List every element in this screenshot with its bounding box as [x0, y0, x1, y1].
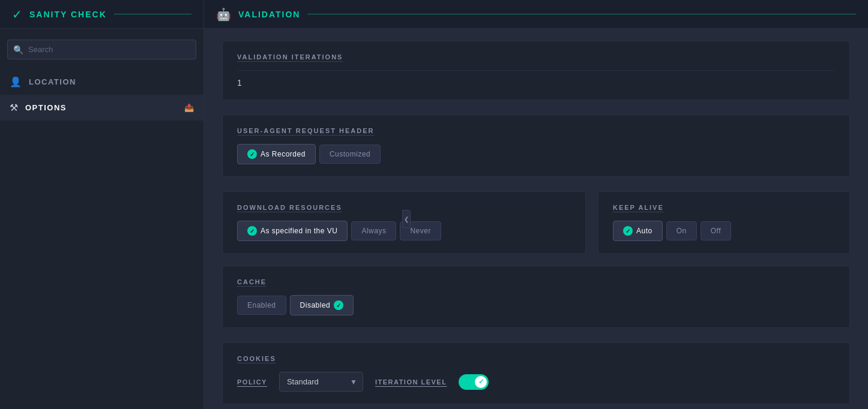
search-box[interactable]: 🔍	[7, 40, 196, 59]
main-layout: 🔍 👤 LOCATION ⚒ OPTIONS 📤 ❮ VALIDATION IT…	[0, 29, 868, 409]
sidebar: 🔍 👤 LOCATION ⚒ OPTIONS 📤	[0, 29, 204, 409]
iteration-level-toggle[interactable]	[459, 374, 489, 390]
sidebar-item-options[interactable]: ⚒ OPTIONS 📤	[0, 95, 203, 121]
disabled-check-icon	[334, 300, 343, 310]
auto-check-icon	[623, 226, 633, 236]
sidebar-item-location-label: LOCATION	[29, 77, 194, 86]
content-area: ❮ VALIDATION ITERATIONS 1 USER-AGENT REQ…	[204, 29, 868, 409]
always-label: Always	[361, 227, 386, 235]
customized-label: Customized	[330, 150, 370, 158]
download-keepalive-row: DOWNLOAD RESOURCES As specified in the V…	[222, 191, 850, 254]
off-label: Off	[711, 227, 721, 235]
top-bar: ✓ SANITY CHECK 🤖 VALIDATION	[0, 0, 868, 29]
sanity-check-line	[114, 14, 191, 14]
search-input[interactable]	[7, 40, 196, 59]
as-recorded-button[interactable]: As Recorded	[237, 144, 316, 164]
sidebar-item-options-label: OPTIONS	[25, 103, 177, 112]
validation-line	[307, 14, 856, 14]
enabled-label: Enabled	[247, 301, 276, 309]
cookies-title: COOKIES	[237, 355, 835, 362]
validation-section: 🤖 VALIDATION	[204, 0, 868, 28]
cache-section: CACHE Enabled Disabled	[222, 266, 850, 328]
cache-btn-group: Enabled Disabled	[237, 295, 835, 315]
user-agent-section: USER-AGENT REQUEST HEADER As Recorded Cu…	[222, 115, 850, 177]
location-icon: 👤	[10, 76, 22, 88]
enabled-button[interactable]: Enabled	[237, 296, 286, 315]
toggle-track	[459, 374, 489, 390]
validation-icon: 🤖	[216, 7, 231, 22]
always-button[interactable]: Always	[351, 221, 396, 240]
on-button[interactable]: On	[666, 221, 697, 240]
user-agent-btn-group: As Recorded Customized	[237, 144, 835, 164]
off-button[interactable]: Off	[701, 221, 731, 240]
policy-select-wrapper[interactable]: Standard Custom None ▼	[279, 372, 363, 392]
disabled-label: Disabled	[300, 301, 331, 309]
policy-label: POLICY	[237, 378, 267, 386]
toggle-thumb	[475, 376, 487, 388]
keep-alive-btn-group: Auto On Off	[613, 221, 835, 241]
validation-iterations-value: 1	[237, 78, 835, 88]
validation-title: VALIDATION	[238, 10, 300, 19]
validation-iterations-title: VALIDATION ITERATIONS	[237, 53, 835, 61]
options-action-icon[interactable]: 📤	[184, 103, 194, 112]
sanity-check-title: SANITY CHECK	[29, 10, 107, 19]
cookies-row: POLICY Standard Custom None ▼ ITERATION …	[237, 372, 835, 392]
as-specified-label: As specified in the VU	[261, 227, 337, 235]
on-label: On	[677, 227, 687, 235]
cache-title: CACHE	[237, 278, 835, 285]
auto-label: Auto	[636, 227, 653, 235]
collapse-handle[interactable]: ❮	[402, 210, 411, 228]
auto-button[interactable]: Auto	[613, 221, 663, 241]
iteration-level-label: ITERATION LEVEL	[375, 378, 447, 386]
user-agent-title: USER-AGENT REQUEST HEADER	[237, 127, 835, 134]
policy-select[interactable]: Standard Custom None	[279, 372, 363, 392]
section-divider	[237, 70, 835, 71]
keep-alive-section: KEEP ALIVE Auto On Off	[598, 191, 850, 254]
keep-alive-title: KEEP ALIVE	[613, 204, 835, 211]
as-specified-check-icon	[247, 226, 257, 236]
as-recorded-label: As Recorded	[261, 150, 306, 158]
customized-button[interactable]: Customized	[319, 145, 381, 164]
cookies-section: COOKIES POLICY Standard Custom None ▼ IT…	[222, 342, 850, 404]
as-specified-button[interactable]: As specified in the VU	[237, 221, 348, 241]
search-icon: 🔍	[13, 45, 23, 55]
options-icon: ⚒	[10, 102, 18, 113]
sanity-check-icon: ✓	[12, 7, 22, 22]
validation-iterations-section: VALIDATION ITERATIONS 1	[222, 41, 850, 100]
never-label: Never	[410, 227, 431, 235]
disabled-button[interactable]: Disabled	[290, 295, 354, 315]
sidebar-item-location[interactable]: 👤 LOCATION	[0, 69, 203, 95]
as-recorded-check-icon	[247, 149, 257, 159]
sanity-check-section: ✓ SANITY CHECK	[0, 0, 204, 28]
